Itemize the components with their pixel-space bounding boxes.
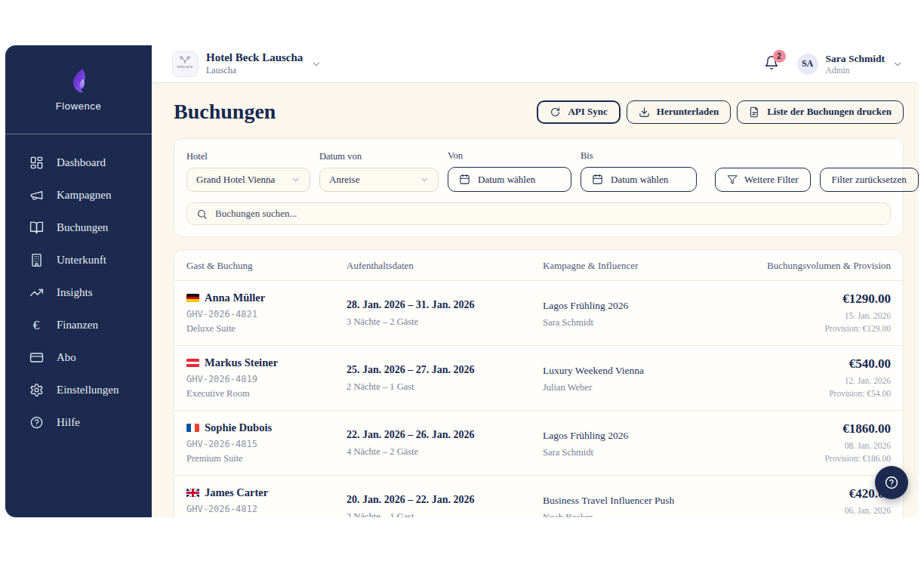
sidebar-item-dashboard[interactable]: Dashboard xyxy=(5,147,152,179)
filter-row: Hotel Grand Hotel Vienna Datum von Anrei… xyxy=(186,150,891,192)
sidebar-item-hilfe[interactable]: Hilfe xyxy=(5,406,152,439)
room-type: Premium Suite xyxy=(186,453,346,464)
from-date-picker-button[interactable]: Datum wählen xyxy=(448,167,571,192)
sidebar-item-kampagnen[interactable]: Kampagnen xyxy=(5,179,152,211)
guest-name: Sophie Dubois xyxy=(205,421,272,434)
user-name: Sara Schmidt xyxy=(826,53,885,65)
table-header: Gast & Buchung Aufenthaltsdaten Kampagne… xyxy=(174,250,903,281)
user-menu[interactable]: SA Sara Schmidt Admin xyxy=(797,53,903,74)
page-actions: API Sync Herunterladen xyxy=(537,100,904,124)
api-sync-button[interactable]: API Sync xyxy=(537,100,620,124)
sidebar-nav: Dashboard Kampagnen Buchungen Unterkunft… xyxy=(5,134,152,439)
stay-dates: 20. Jan. 2026 – 22. Jan. 2026 xyxy=(346,494,543,506)
flowence-logo-icon xyxy=(65,67,92,96)
hotel-switcher[interactable]: HOTEL BECK Hotel Beck Lauscha Lauscha xyxy=(172,51,322,77)
filter-card: Hotel Grand Hotel Vienna Datum von Anrei… xyxy=(174,138,904,237)
country-flag-icon xyxy=(186,424,199,432)
content: Buchungen API Sync Herunterl xyxy=(152,83,919,517)
filter-group-to: Bis Datum wählen xyxy=(581,150,697,192)
desktop: Flowence Dashboard Kampagnen Buchungen U… xyxy=(0,0,924,580)
chevron-down-icon xyxy=(311,59,322,69)
download-button[interactable]: Herunterladen xyxy=(627,100,731,124)
guest-name: Markus Steiner xyxy=(205,356,278,369)
country-flag-icon xyxy=(186,294,199,302)
megaphone-icon xyxy=(29,188,44,203)
booking-code: GHV-2026-4812 xyxy=(186,504,346,514)
user-role: Admin xyxy=(826,66,885,75)
brand-name: Flowence xyxy=(56,100,101,112)
table-row[interactable]: James Carter GHV-2026-4812 Business Room… xyxy=(174,475,903,517)
user-meta: Sara Schmidt Admin xyxy=(826,53,885,74)
date-type-select[interactable]: Anreise xyxy=(319,168,439,192)
print-label: Liste der Buchungen drucken xyxy=(767,106,892,118)
hotel-filter-label: Hotel xyxy=(186,151,310,162)
hotel-select[interactable]: Grand Hotel Vienna xyxy=(186,168,310,192)
column-header-volume: Buchungsvolumen & Provision xyxy=(716,260,891,272)
download-label: Herunterladen xyxy=(657,106,719,118)
page-title: Buchungen xyxy=(174,100,276,124)
amount-cell: €1290.00 15. Jan. 2026 Provision: €129.0… xyxy=(716,292,891,335)
book-icon xyxy=(29,221,44,236)
filter-group-hotel: Hotel Grand Hotel Vienna xyxy=(186,151,310,192)
more-filters-button[interactable]: Weitere Filter xyxy=(715,168,811,192)
building-icon xyxy=(29,253,44,268)
svg-text:HOTEL BECK: HOTEL BECK xyxy=(177,66,193,69)
campaign-name: Lagos Frühling 2026 xyxy=(543,430,716,442)
commission: Provision: €186.00 xyxy=(716,454,891,463)
sidebar-item-insights[interactable]: Insights xyxy=(5,276,152,309)
trend-icon xyxy=(29,285,44,301)
chevron-down-icon xyxy=(420,175,429,184)
influencer-name: Noah Becker xyxy=(543,512,716,517)
hotel-name: Hotel Beck Lauscha xyxy=(206,51,303,64)
column-header-stay: Aufenthaltsdaten xyxy=(346,260,543,272)
to-filter-label: Bis xyxy=(581,150,697,162)
sidebar-item-finanzen[interactable]: € Finanzen xyxy=(5,309,152,341)
search-input[interactable] xyxy=(215,208,881,220)
calendar-icon xyxy=(459,174,470,185)
amount-cell: €420.00 06. Jan. 2026 Provision: €42.00 xyxy=(716,486,891,517)
chevron-down-icon xyxy=(291,175,300,184)
brand: Flowence xyxy=(5,45,152,134)
stay-dates: 22. Jan. 2026 – 26. Jan. 2026 xyxy=(346,429,543,441)
avatar: SA xyxy=(797,54,818,75)
print-bookings-button[interactable]: Liste der Buchungen drucken xyxy=(737,100,904,124)
booking-date: 15. Jan. 2026 xyxy=(716,311,891,320)
date-type-filter-label: Datum von xyxy=(319,151,439,162)
table-row[interactable]: Anna Müller GHV-2026-4821 Deluxe Suite 2… xyxy=(174,281,903,345)
to-date-value: Datum wählen xyxy=(611,174,668,186)
reset-filters-button[interactable]: Filter zurücksetzen xyxy=(820,168,919,192)
booking-amount: €1860.00 xyxy=(716,421,891,437)
topbar: HOTEL BECK Hotel Beck Lauscha Lauscha xyxy=(152,45,919,83)
more-filters-label: Weitere Filter xyxy=(744,174,799,186)
page-head: Buchungen API Sync Herunterl xyxy=(174,100,904,124)
notifications-button[interactable]: 2 xyxy=(762,55,781,73)
sidebar-item-abo[interactable]: Abo xyxy=(5,341,152,374)
gear-icon xyxy=(29,383,44,398)
topbar-right: 2 SA Sara Schmidt Admin xyxy=(762,53,903,74)
download-icon xyxy=(639,106,650,118)
commission: Provision: €54.00 xyxy=(716,389,891,398)
to-date-picker-button[interactable]: Datum wählen xyxy=(581,167,697,192)
help-fab[interactable] xyxy=(875,466,908,499)
question-circle-icon xyxy=(884,475,899,490)
from-date-value: Datum wählen xyxy=(478,174,535,186)
guest-cell: Anna Müller GHV-2026-4821 Deluxe Suite xyxy=(186,292,346,335)
guest-cell: Markus Steiner GHV-2026-4819 Executive R… xyxy=(186,356,346,400)
sidebar-item-buchungen[interactable]: Buchungen xyxy=(5,211,152,244)
guest-cell: James Carter GHV-2026-4812 Business Room xyxy=(186,486,346,517)
sidebar-item-einstellungen[interactable]: Einstellungen xyxy=(5,374,152,406)
stay-cell: 25. Jan. 2026 – 27. Jan. 2026 2 Nächte –… xyxy=(346,356,543,400)
sidebar-item-unterkunft[interactable]: Unterkunft xyxy=(5,244,152,276)
booking-amount: €540.00 xyxy=(716,356,891,372)
table-row[interactable]: Markus Steiner GHV-2026-4819 Executive R… xyxy=(174,345,903,410)
campaign-name: Lagos Frühling 2026 xyxy=(543,300,716,312)
dashboard-icon xyxy=(29,156,44,171)
influencer-name: Sara Schmidt xyxy=(543,447,716,458)
stay-cell: 28. Jan. 2026 – 31. Jan. 2026 3 Nächte –… xyxy=(346,292,543,335)
reset-filters-label: Filter zurücksetzen xyxy=(832,174,907,186)
sidebar: Flowence Dashboard Kampagnen Buchungen U… xyxy=(5,45,152,517)
table-row[interactable]: Sophie Dubois GHV-2026-4815 Premium Suit… xyxy=(174,410,903,475)
campaign-cell: Lagos Frühling 2026 Sara Schmidt xyxy=(543,292,716,335)
booking-code: GHV-2026-4819 xyxy=(186,374,346,384)
calendar-icon xyxy=(592,174,603,185)
